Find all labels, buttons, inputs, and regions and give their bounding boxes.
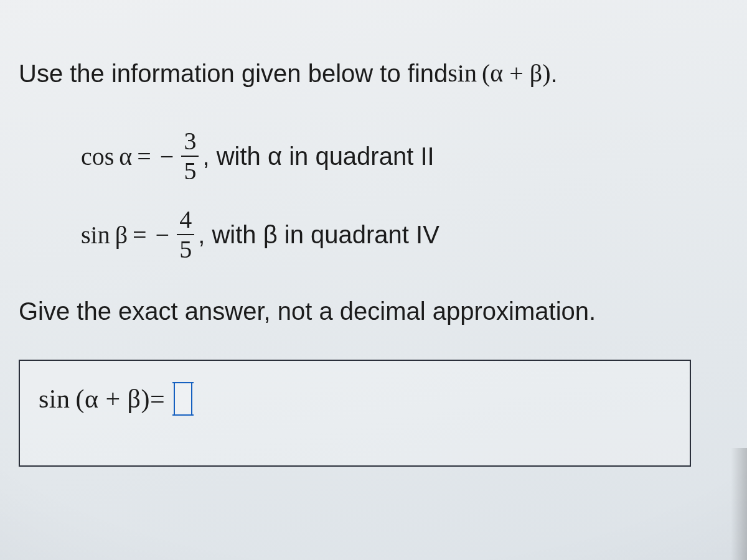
denominator: 5 <box>177 236 194 263</box>
fn-sin: sin <box>39 385 70 413</box>
answer-input[interactable] <box>174 382 192 416</box>
beta-quadrant-text: , with β in quadrant IV <box>198 221 439 249</box>
minus-sign: − <box>156 142 178 171</box>
numerator: 3 <box>181 128 199 154</box>
equals-sign: = <box>128 220 152 250</box>
cos-alpha-label: cos α <box>81 142 132 171</box>
prompt-line: Use the information given below to find … <box>19 56 722 91</box>
fn-sin: sin <box>81 221 110 249</box>
fn-sin: sin <box>448 59 477 87</box>
target-arg: α + β <box>490 59 542 87</box>
close-paren: ) <box>542 59 550 87</box>
numerator: 4 <box>177 207 194 233</box>
fn-cos: cos <box>81 142 114 170</box>
prompt-period: . <box>551 56 558 91</box>
prompt-lead-text: Use the information given below to find <box>19 56 448 91</box>
answer-box: sin (α + β) = <box>19 360 691 467</box>
answer-row: sin (α + β) = <box>39 382 671 416</box>
open-paren: ( <box>482 59 490 87</box>
equals-sign: = <box>132 142 156 171</box>
close-paren: ) <box>141 385 150 413</box>
minus-sign: − <box>152 220 174 250</box>
answer-lhs: sin (α + β) <box>39 384 150 414</box>
equals-sign: = <box>150 384 165 414</box>
given-block: cos α = − 3 5 , with α in quadrant II si… <box>81 128 722 263</box>
denominator: 5 <box>181 158 199 184</box>
prompt-target-expression: sin (α + β) <box>448 56 550 91</box>
instruction-line: Give the exact answer, not a decimal app… <box>19 294 722 329</box>
problem-container: Use the information given below to find … <box>19 56 722 467</box>
fraction-4-over-5: 4 5 <box>177 207 194 263</box>
sin-beta-label: sin β <box>81 220 128 250</box>
instruction-text: Give the exact answer, not a decimal app… <box>19 294 596 329</box>
var-beta: β <box>115 221 128 249</box>
open-paren: ( <box>75 385 85 413</box>
fraction-3-over-5: 3 5 <box>181 128 199 184</box>
edge-shadow <box>731 448 747 560</box>
alpha-quadrant-text: , with α in quadrant II <box>202 142 434 170</box>
var-alpha: α <box>119 142 132 170</box>
given-alpha-line: cos α = − 3 5 , with α in quadrant II <box>81 128 722 184</box>
given-beta-line: sin β = − 4 5 , with β in quadrant IV <box>81 207 722 263</box>
answer-arg: α + β <box>85 385 141 413</box>
